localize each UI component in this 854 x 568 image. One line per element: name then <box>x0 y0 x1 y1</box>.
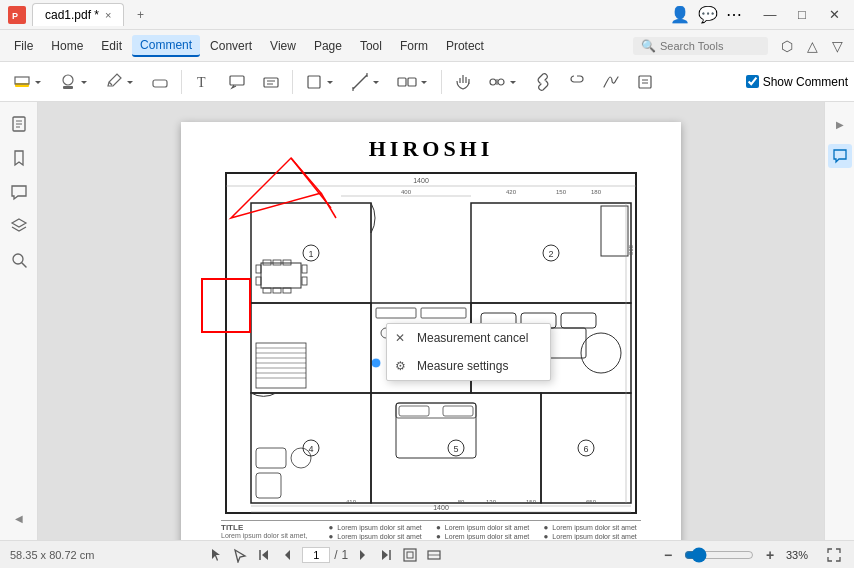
sidebar-bookmark-icon[interactable] <box>5 144 33 172</box>
fit-page-btn[interactable] <box>400 545 420 565</box>
expand-icon[interactable]: △ <box>801 35 823 57</box>
svg-rect-13 <box>398 78 406 86</box>
settings-icon: ⚙ <box>395 359 406 373</box>
menu-tool[interactable]: Tool <box>352 36 390 56</box>
svg-text:130: 130 <box>486 499 497 505</box>
show-comment-toggle[interactable]: Show Comment <box>746 75 848 89</box>
menu-protect[interactable]: Protect <box>438 36 492 56</box>
connect-tool-btn[interactable] <box>390 68 436 96</box>
menu-form[interactable]: Form <box>392 36 436 56</box>
fullscreen-btn[interactable] <box>824 545 844 565</box>
pencil-tool-btn[interactable] <box>98 68 142 96</box>
sidebar-layers-icon[interactable] <box>5 212 33 240</box>
zoom-slider[interactable] <box>684 547 754 563</box>
prev-page-btn[interactable] <box>278 545 298 565</box>
left-sidebar: ◀ <box>0 102 38 540</box>
close-btn[interactable]: ✕ <box>822 3 846 27</box>
page-number-input[interactable] <box>302 547 330 563</box>
svg-text:T: T <box>197 75 206 90</box>
footer-item-3: ● Lorem ipsum dolor sit amet <box>436 523 534 532</box>
sidebar-search-icon[interactable] <box>5 246 33 274</box>
zoom-in-btn[interactable]: + <box>760 545 780 565</box>
page-separator: / <box>334 548 337 562</box>
svg-text:420: 420 <box>506 189 517 195</box>
svg-text:P: P <box>12 11 18 21</box>
search-icon: 🔍 <box>641 39 656 53</box>
left-sidebar-expand-btn[interactable]: ◀ <box>12 504 26 532</box>
external-link-icon[interactable]: ⬡ <box>776 35 798 57</box>
more-options-icon[interactable]: ⋯ <box>726 5 742 24</box>
measurement-cancel-item[interactable]: ✕ Measurement cancel <box>387 324 550 352</box>
svg-rect-108 <box>407 552 413 558</box>
menu-convert[interactable]: Convert <box>202 36 260 56</box>
profile-icon-2[interactable]: 💬 <box>698 5 718 24</box>
svg-rect-3 <box>15 77 29 84</box>
svg-rect-8 <box>230 76 244 85</box>
minimize-btn[interactable]: — <box>758 3 782 27</box>
zoom-level-display: 33% <box>786 549 818 561</box>
search-input[interactable] <box>660 40 760 52</box>
comment-panel-icon[interactable] <box>828 144 852 168</box>
textbox-tool-btn[interactable] <box>255 68 287 96</box>
maximize-btn[interactable]: □ <box>790 3 814 27</box>
titlebar: P cad1.pdf * × + 👤 💬 ⋯ — □ ✕ <box>0 0 854 30</box>
collapse-icon[interactable]: ▽ <box>826 35 848 57</box>
dimensions-text: 58.35 x 80.72 cm <box>10 549 94 561</box>
footer-title-label: TITLE <box>221 523 319 532</box>
clip-tool-btn[interactable] <box>561 68 593 96</box>
first-page-btn[interactable] <box>254 545 274 565</box>
callout-tool-btn[interactable] <box>221 68 253 96</box>
document-tab[interactable]: cad1.pdf * × <box>32 3 124 26</box>
menu-file[interactable]: File <box>6 36 41 56</box>
search-tools[interactable]: 🔍 <box>633 37 768 55</box>
group-tool-btn[interactable] <box>481 68 525 96</box>
fit-width-btn[interactable] <box>424 545 444 565</box>
footer-item-1: ● Lorem ipsum dolor sit amet <box>329 523 427 532</box>
select-tool-btn[interactable] <box>230 545 250 565</box>
pdf-page: HIROSHI 1400 400 <box>181 122 681 540</box>
footer-col-items: ● Lorem ipsum dolor sit amet ● Lorem ips… <box>329 523 427 540</box>
svg-rect-107 <box>404 549 416 561</box>
menubar: File Home Edit Comment Convert View Page… <box>0 30 854 62</box>
menu-edit[interactable]: Edit <box>93 36 130 56</box>
sign-tool-btn[interactable] <box>595 68 627 96</box>
tab-close-btn[interactable]: × <box>105 9 111 21</box>
svg-text:410: 410 <box>346 499 357 505</box>
hand-tool-btn[interactable] <box>447 68 479 96</box>
show-comment-checkbox[interactable] <box>746 75 759 88</box>
svg-text:2: 2 <box>548 249 553 259</box>
menu-home[interactable]: Home <box>43 36 91 56</box>
highlight-tool-btn[interactable] <box>6 68 50 96</box>
link-tool-btn[interactable] <box>527 68 559 96</box>
text-review-btn[interactable] <box>629 68 661 96</box>
menu-page[interactable]: Page <box>306 36 350 56</box>
eraser-tool-btn[interactable] <box>144 68 176 96</box>
window-controls: — □ ✕ <box>758 3 846 27</box>
measure-settings-item[interactable]: ⚙ Measure settings <box>387 352 550 380</box>
sidebar-pages-icon[interactable] <box>5 110 33 138</box>
svg-rect-9 <box>264 78 278 87</box>
svg-text:80: 80 <box>458 499 465 505</box>
next-page-btn[interactable] <box>352 545 372 565</box>
stamp-tool-btn[interactable] <box>52 68 96 96</box>
text-tool-btn[interactable]: T <box>187 68 219 96</box>
profile-icon-1[interactable]: 👤 <box>670 5 690 24</box>
menu-comment[interactable]: Comment <box>132 35 200 57</box>
shapes-tool-btn[interactable] <box>298 68 342 96</box>
footer-col-items3: ● Lorem ipsum dolor sit amet ● Lorem ips… <box>544 523 642 540</box>
sidebar-comment-icon[interactable] <box>5 178 33 206</box>
main-area: ◀ HIROSHI 1400 <box>0 102 854 540</box>
measure-tool-btn[interactable] <box>344 68 388 96</box>
right-sidebar-expand-btn[interactable]: ▶ <box>833 110 847 138</box>
svg-rect-17 <box>639 76 651 88</box>
menu-view[interactable]: View <box>262 36 304 56</box>
svg-text:400: 400 <box>401 189 412 195</box>
new-tab-btn[interactable]: + <box>130 5 150 25</box>
svg-text:150: 150 <box>526 499 537 505</box>
cursor-tool-btn[interactable] <box>206 545 226 565</box>
page-total: 1 <box>342 548 349 562</box>
last-page-btn[interactable] <box>376 545 396 565</box>
zoom-out-btn[interactable]: − <box>658 545 678 565</box>
footer-item-5: ● Lorem ipsum dolor sit amet <box>544 523 642 532</box>
right-sidebar: ▶ <box>824 102 854 540</box>
